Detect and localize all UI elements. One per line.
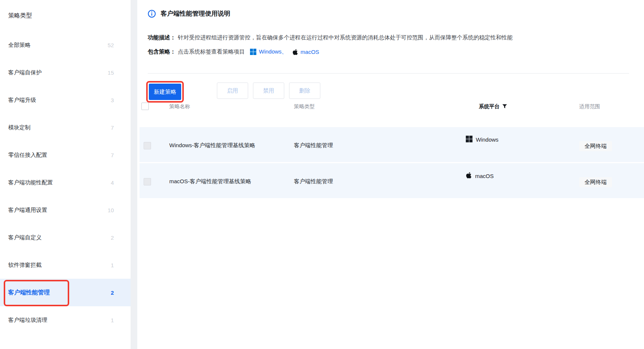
sidebar-item-label: 客户端升级	[8, 97, 36, 104]
sidebar-item-popup-blocking[interactable]: 软件弹窗拦截 1	[0, 251, 131, 279]
sidebar-item-count: 10	[108, 207, 114, 213]
sidebar-item-zero-trust-access[interactable]: 零信任接入配置 7	[0, 141, 131, 169]
sidebar-item-count: 1	[111, 262, 114, 268]
sidebar-item-label: 全部策略	[8, 42, 31, 49]
policy-toolbar: 新建策略 启用 禁用 删除	[140, 80, 644, 103]
section-divider	[148, 73, 629, 74]
sidebar-item-label: 零信任接入配置	[8, 152, 47, 159]
client-policy-management-page: 策略类型 全部策略 52 客户端自保护 15 客户端升级 3 模块定制 7 零信…	[0, 0, 644, 349]
column-header-platform-label: 系统平台	[479, 103, 500, 110]
windows-platform-link[interactable]: Windows、	[250, 48, 287, 55]
row-checkbox[interactable]	[144, 178, 151, 185]
sidebar-item-label: 客户端通用设置	[8, 207, 47, 214]
table-row-windows-policy[interactable]: Windows-客户端性能管理基线策略 客户端性能管理 Windows 全网终端	[140, 127, 644, 162]
usage-title: 客户端性能管理使用说明	[161, 9, 230, 18]
sidebar-policy-types: 策略类型 全部策略 52 客户端自保护 15 客户端升级 3 模块定制 7 零信…	[0, 0, 131, 349]
sidebar-item-count: 4	[111, 180, 114, 186]
sidebar-item-client-functional-config[interactable]: 客户端功能性配置 4	[0, 169, 131, 196]
included-policies-label: 包含策略：	[148, 48, 176, 55]
platform-label: macOS	[475, 173, 494, 179]
policy-type-cell: 客户端性能管理	[294, 142, 333, 149]
included-policies-line: 包含策略： 点击系统标签查看策略项目 Windows、	[148, 48, 319, 55]
scope-badge: 全网终端	[579, 141, 612, 151]
usage-header: 客户端性能管理使用说明	[148, 9, 230, 18]
windows-logo-icon	[466, 136, 472, 143]
sidebar-item-module-customization[interactable]: 模块定制 7	[0, 114, 131, 141]
included-policies-text: 点击系统标签查看策略项目	[178, 48, 245, 55]
sidebar-item-client-customization[interactable]: 客户端自定义 2	[0, 224, 131, 251]
sidebar-title: 策略类型	[0, 0, 131, 31]
column-header-policy-name: 策略名称	[169, 103, 190, 110]
windows-link-label: Windows、	[259, 48, 287, 55]
sidebar-item-count: 2	[111, 235, 114, 241]
disable-button[interactable]: 禁用	[253, 83, 284, 99]
sidebar-item-label: 客户端自保护	[8, 69, 42, 76]
column-header-policy-type: 策略类型	[294, 103, 315, 110]
sidebar-item-label: 软件弹窗拦截	[8, 262, 42, 269]
platform-label: Windows	[476, 136, 499, 143]
info-icon	[148, 10, 156, 18]
sidebar-item-label: 客户端功能性配置	[8, 179, 53, 186]
sidebar-item-all-policies[interactable]: 全部策略 52	[0, 31, 131, 59]
sidebar-item-label: 客户端自定义	[8, 234, 42, 241]
sidebar-item-count: 1	[111, 317, 114, 323]
new-policy-button[interactable]: 新建策略	[149, 84, 181, 100]
sidebar-item-count: 15	[108, 70, 114, 76]
main-content: 客户端性能管理使用说明 功能描述： 针对受控进程组进行资源管控，旨在确保多个进程…	[140, 0, 644, 349]
policy-name-cell: macOS-客户端性能管理基线策略	[169, 178, 251, 185]
row-checkbox[interactable]	[144, 142, 151, 149]
sidebar-item-client-junk-cleanup[interactable]: 客户端垃圾清理 1	[0, 306, 131, 334]
select-all-checkbox[interactable]	[141, 103, 149, 110]
filter-funnel-icon[interactable]	[502, 104, 507, 110]
annotation-highlight-new-policy-button: 新建策略	[146, 81, 184, 103]
panel-divider	[131, 0, 137, 349]
table-header-row: 策略名称 策略类型 系统平台 适用范围	[140, 103, 644, 112]
sidebar-item-count: 52	[108, 42, 114, 48]
feature-description-label: 功能描述：	[148, 34, 176, 41]
feature-description-line: 功能描述： 针对受控进程组进行资源管控，旨在确保多个进程在运行过程中对系统资源的…	[148, 34, 513, 41]
column-header-platform[interactable]: 系统平台	[479, 103, 507, 110]
sidebar-item-client-general-settings[interactable]: 客户端通用设置 10	[0, 196, 131, 224]
windows-logo-icon	[250, 49, 256, 55]
table-row-macos-policy[interactable]: macOS-客户端性能管理基线策略 客户端性能管理 macOS 全网终端	[140, 163, 644, 198]
platform-cell[interactable]: macOS	[466, 172, 494, 180]
sidebar-item-count: 7	[111, 152, 114, 158]
sidebar-item-client-performance-management[interactable]: 客户端性能管理 2	[0, 279, 131, 306]
policy-name-cell: Windows-客户端性能管理基线策略	[169, 142, 255, 149]
column-header-scope: 适用范围	[579, 103, 600, 110]
sidebar-item-label: 模块定制	[8, 124, 31, 131]
sidebar-item-count: 3	[111, 97, 114, 103]
sidebar-item-label: 客户端性能管理	[8, 289, 50, 297]
feature-description-text: 针对受控进程组进行资源管控，旨在确保多个进程在运行过程中对系统资源的消耗总体处于…	[178, 34, 513, 41]
platform-cell[interactable]: Windows	[466, 136, 499, 143]
scope-badge: 全网终端	[579, 177, 612, 187]
enable-button[interactable]: 启用	[217, 83, 248, 99]
macos-link-label: macOS	[301, 49, 319, 55]
sidebar-item-label: 客户端垃圾清理	[8, 317, 47, 324]
apple-logo-icon	[292, 49, 298, 55]
sidebar-item-client-self-protection[interactable]: 客户端自保护 15	[0, 59, 131, 86]
policy-type-cell: 客户端性能管理	[294, 178, 333, 185]
delete-button[interactable]: 删除	[289, 83, 320, 99]
sidebar-item-count: 7	[111, 125, 114, 131]
apple-logo-icon	[466, 172, 472, 180]
sidebar-item-count: 2	[111, 290, 114, 296]
macos-platform-link[interactable]: macOS	[292, 49, 319, 55]
sidebar-item-client-upgrade[interactable]: 客户端升级 3	[0, 86, 131, 114]
